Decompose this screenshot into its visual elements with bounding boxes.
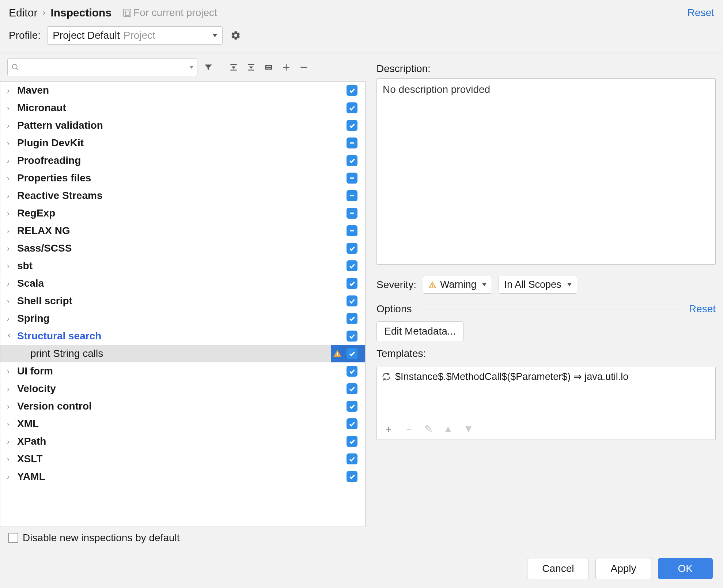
- tree-checkbox[interactable]: [344, 383, 360, 394]
- tree-category[interactable]: ›Scala: [0, 275, 365, 292]
- tree-checkbox[interactable]: [344, 401, 360, 412]
- tree-category[interactable]: ›RELAX NG: [0, 222, 365, 240]
- filter-button[interactable]: [202, 61, 215, 74]
- tree-checkbox[interactable]: [344, 366, 360, 377]
- tree-checkbox[interactable]: [344, 243, 360, 254]
- warning-icon: [333, 349, 342, 358]
- tree-category[interactable]: ›UI form: [0, 362, 365, 380]
- template-add-button[interactable]: ＋: [383, 422, 394, 436]
- tree-item[interactable]: print String calls: [0, 345, 365, 362]
- tree-category[interactable]: ›RegExp: [0, 204, 365, 222]
- tree-category[interactable]: ›Maven: [0, 82, 365, 99]
- tree-checkbox[interactable]: [344, 348, 360, 359]
- chevron-right-icon: ›: [7, 86, 14, 95]
- tree-category[interactable]: ›Micronaut: [0, 99, 365, 117]
- profile-dropdown[interactable]: Project Default Project: [47, 26, 223, 45]
- options-label: Options: [376, 303, 412, 315]
- tree-category-label: Scala: [17, 278, 344, 289]
- chevron-down-icon: [190, 66, 193, 69]
- profile-selected-scope: Project: [124, 30, 155, 41]
- tree-checkbox[interactable]: [344, 137, 360, 148]
- template-row[interactable]: $Instance$.$MethodCall$($Parameter$) ⇒ j…: [377, 367, 715, 386]
- chevron-right-icon: ›: [7, 192, 14, 200]
- tree-checkbox[interactable]: [344, 436, 360, 447]
- chevron-right-icon: ›: [7, 174, 14, 182]
- collapse-all-button[interactable]: [245, 61, 258, 74]
- tree-category[interactable]: ›sbt: [0, 257, 365, 275]
- profile-label: Profile:: [9, 30, 41, 41]
- apply-button[interactable]: Apply: [595, 558, 651, 579]
- tree-checkbox[interactable]: [344, 102, 360, 113]
- template-down-button: ▼: [463, 423, 474, 435]
- tree-category[interactable]: ›XSLT: [0, 450, 365, 468]
- inspections-tree[interactable]: ›Maven›Micronaut›Pattern validation›Plug…: [0, 81, 366, 527]
- current-project-label: For current project: [133, 7, 217, 19]
- tree-checkbox[interactable]: [344, 471, 360, 482]
- tree-category-label: XSLT: [17, 453, 344, 465]
- chevron-right-icon: ›: [7, 420, 14, 428]
- tree-category[interactable]: ›Version control: [0, 397, 365, 415]
- severity-dropdown[interactable]: Warning: [423, 276, 492, 294]
- breadcrumb-separator: ›: [42, 8, 45, 18]
- tree-checkbox[interactable]: [344, 453, 360, 464]
- tree-checkbox[interactable]: [344, 208, 360, 219]
- edit-metadata-button[interactable]: Edit Metadata...: [376, 321, 463, 341]
- tree-category-label: Maven: [17, 84, 344, 96]
- tree-category[interactable]: ›Spring: [0, 310, 365, 327]
- chevron-right-icon: ›: [7, 297, 14, 305]
- tree-category[interactable]: ›Velocity: [0, 380, 365, 397]
- tree-checkbox[interactable]: [344, 190, 360, 201]
- options-reset-link[interactable]: Reset: [689, 303, 716, 315]
- tree-category[interactable]: ›XPath: [0, 433, 365, 450]
- tree-checkbox[interactable]: [344, 173, 360, 184]
- breadcrumb-parent[interactable]: Editor: [9, 7, 37, 19]
- tree-checkbox[interactable]: [344, 155, 360, 166]
- tree-category[interactable]: ›Shell script: [0, 292, 365, 310]
- tree-category[interactable]: ›Properties files: [0, 169, 365, 187]
- tree-checkbox[interactable]: [344, 225, 360, 236]
- remove-button[interactable]: [297, 61, 310, 74]
- profile-selected-name: Project Default: [53, 30, 120, 41]
- chevron-right-icon: ›: [7, 121, 14, 130]
- tree-category[interactable]: ›XML: [0, 415, 365, 433]
- collapse-all-icon: [246, 63, 256, 72]
- tree-checkbox[interactable]: [344, 120, 360, 131]
- tree-category[interactable]: ›Plugin DevKit: [0, 134, 365, 152]
- scope-dropdown[interactable]: In All Scopes: [499, 276, 577, 294]
- cancel-button[interactable]: Cancel: [527, 558, 589, 579]
- toolbar-separator: [221, 61, 221, 73]
- tree-category[interactable]: ›Sass/SCSS: [0, 240, 365, 257]
- expand-all-button[interactable]: [227, 61, 240, 74]
- templates-box: $Instance$.$MethodCall$($Parameter$) ⇒ j…: [376, 367, 716, 440]
- search-input[interactable]: [7, 59, 197, 76]
- tree-category-label: Micronaut: [17, 102, 344, 114]
- tree-checkbox[interactable]: [344, 260, 360, 271]
- tree-category[interactable]: ›YAML: [0, 468, 365, 485]
- reset-to-empty-button[interactable]: [262, 61, 275, 74]
- square-icon: [264, 63, 273, 72]
- disable-new-inspections-checkbox[interactable]: [8, 533, 18, 543]
- tree-category[interactable]: ›Pattern validation: [0, 117, 365, 134]
- add-button[interactable]: [280, 61, 293, 74]
- ok-button[interactable]: OK: [658, 558, 713, 579]
- reset-link[interactable]: Reset: [688, 7, 714, 19]
- profile-settings-button[interactable]: [229, 29, 242, 42]
- description-text: No description provided: [383, 84, 490, 95]
- description-title: Description:: [376, 63, 716, 75]
- chevron-down-icon: [213, 34, 217, 37]
- tree-checkbox[interactable]: [344, 295, 360, 306]
- tree-checkbox[interactable]: [344, 331, 360, 342]
- tree-checkbox[interactable]: [344, 313, 360, 324]
- tree-checkbox[interactable]: [344, 418, 360, 429]
- replace-icon: [381, 372, 391, 382]
- tree-category[interactable]: ⌄Structural search: [0, 327, 365, 345]
- tree-category-label: Spring: [17, 313, 344, 324]
- tree-checkbox[interactable]: [344, 85, 360, 96]
- gear-icon: [231, 30, 241, 41]
- scope-value: In All Scopes: [504, 279, 561, 290]
- tree-category[interactable]: ›Proofreading: [0, 152, 365, 169]
- tree-checkbox[interactable]: [344, 278, 360, 289]
- chevron-right-icon: ›: [7, 244, 14, 253]
- chevron-down-icon: [567, 283, 572, 286]
- tree-category[interactable]: ›Reactive Streams: [0, 187, 365, 204]
